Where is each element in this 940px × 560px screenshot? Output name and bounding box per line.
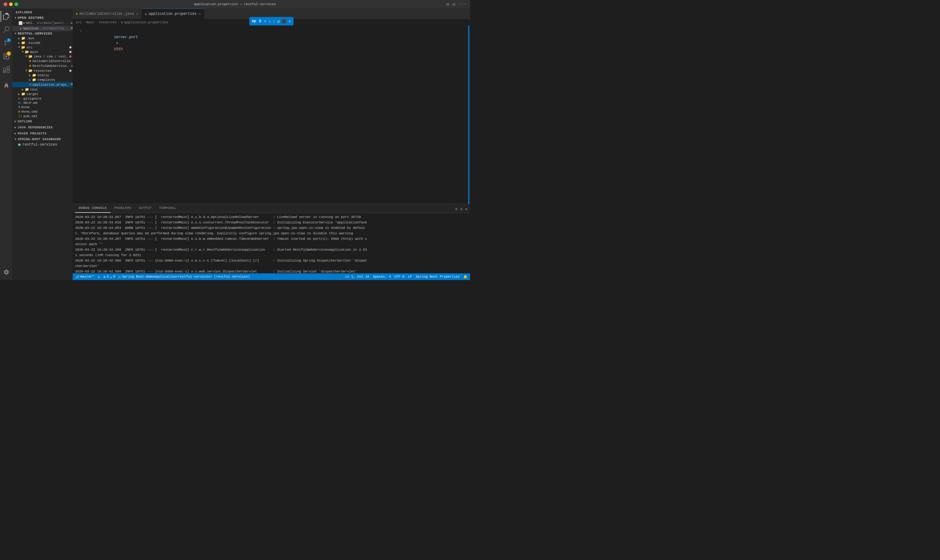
spring-boot-header[interactable]: ▼ SPRING-BOOT DASHBOARD (12, 137, 73, 142)
project-section: ▼ RESTFUL-SERVICES ▶ 📁 .mvn ▶ 📁 .vscode … (12, 31, 73, 118)
status-cursor[interactable]: Ln 1, Col 19 (345, 275, 369, 278)
tree-item-templates[interactable]: ▶ 📁 templates (12, 77, 73, 82)
java-deps-label: JAVA DEPENDENCIES (18, 126, 53, 129)
code-key: server.port (114, 35, 138, 39)
tree-item-java-path[interactable]: ▼ 📂 java / com / rest / webservices / ..… (12, 54, 73, 59)
status-spring-boot[interactable]: ▷ Spring Boot-DemoApplication<restful-se… (119, 275, 250, 279)
activity-test[interactable] (1, 80, 11, 91)
panel-collapse-icon[interactable]: ∧ (460, 206, 462, 212)
debug-stop-btn[interactable]: ⬛ (281, 19, 287, 24)
status-errors[interactable]: ⊗ 0 △ 0 (103, 275, 115, 279)
tree-item-mvnw[interactable]: $ mvnw (12, 105, 73, 109)
status-language[interactable]: Spring Boot Properties (416, 275, 460, 278)
activity-search[interactable] (1, 24, 11, 35)
tree-item-gitignore[interactable]: ◈ .gitignore (12, 96, 73, 101)
breadcrumb-file[interactable]: application.properties (124, 21, 168, 24)
debug-step-out-btn[interactable]: ↑ (273, 19, 275, 24)
breadcrumb-main[interactable]: main (86, 21, 94, 24)
cmd-icon: ⊞ (18, 109, 20, 114)
tab-close-properties[interactable]: ✕ (198, 12, 201, 16)
outline-header[interactable]: ▶ OUTLINE (12, 118, 73, 125)
activity-source-control[interactable]: 3 (1, 37, 11, 48)
more-actions-icon[interactable]: ··· (459, 2, 466, 7)
open-editor-item-hello[interactable]: ⬜ ● HelloWorldController.java src/main/j… (12, 20, 73, 26)
line-numbers: 1 (73, 26, 85, 204)
scrollbar[interactable] (468, 26, 469, 204)
tree-item-target[interactable]: ▶ 📁 target (12, 92, 73, 96)
status-encoding[interactable]: UTF-8 (394, 275, 405, 278)
toggle-panel-icon[interactable]: ⊡ (452, 2, 455, 7)
debug-toolbar: ap ⏸ ↷ ↓ ↑ ↺ ⬛ ⚡ (249, 17, 293, 25)
status-branch[interactable]: ⎇ master* (75, 275, 94, 279)
activity-files[interactable] (1, 11, 11, 22)
line-number-1: 1 (73, 28, 82, 34)
run-icon-status: ▷ (119, 275, 121, 279)
tab-app-properties[interactable]: ⚙ application.properties ✕ (142, 8, 204, 19)
minimize-button[interactable] (9, 2, 13, 6)
tab-hello-world[interactable]: ● HelloWorldController.java ✕ (73, 8, 142, 19)
breadcrumb-resources[interactable]: resources (99, 21, 116, 24)
close-editor-icon[interactable]: ✕ (71, 21, 73, 25)
tree-item-vscode[interactable]: ▶ 📁 .vscode (12, 40, 73, 45)
split-editor-icon[interactable]: ⊟ (446, 2, 449, 7)
panel-close-icon[interactable]: ✕ (465, 206, 468, 212)
status-sync[interactable]: ↻ (98, 275, 100, 279)
properties-file-icon: ⚙ (29, 82, 31, 87)
status-spaces[interactable]: Spaces: 4 (373, 275, 391, 278)
properties-path: src/main/res... (42, 27, 70, 30)
activity-run[interactable]: 1 (1, 51, 11, 62)
code-area[interactable]: server.port = 8989 (85, 26, 468, 204)
settings-icon[interactable] (1, 267, 11, 278)
debug-pause-btn[interactable]: ⏸ (258, 19, 262, 24)
panel-tabs: DEBUG CONSOLE PROBLEMS OUTPUT TERMINAL ≡… (73, 204, 470, 213)
status-notifications[interactable]: 🔔 (463, 275, 468, 279)
folder-icon-templates: 📁 (32, 78, 36, 82)
tree-item-help-md[interactable]: M↓ HELP.md (12, 101, 73, 105)
tree-item-resources[interactable]: ▼ 📂 resources (12, 68, 73, 73)
maximize-button[interactable] (15, 2, 18, 6)
folder-icon-vscode: 📁 (21, 41, 25, 45)
spring-service-item[interactable]: restful-services (12, 142, 73, 147)
tab-problems[interactable]: PROBLEMS (111, 204, 135, 213)
tab-properties-label: application.properties (149, 12, 197, 16)
debug-step-into-btn[interactable]: ↓ (268, 19, 271, 24)
tree-item-hwc[interactable]: ● HelloWorldController.java (12, 59, 73, 63)
tab-hello-label: HelloWorldController.java (80, 12, 134, 16)
open-editor-item-properties[interactable]: ⚙ application.properties src/main/res...… (12, 26, 73, 31)
tree-item-app-properties[interactable]: ⚙ application.properties M (12, 82, 73, 87)
close-button[interactable] (4, 2, 7, 6)
debug-hot-reload-btn[interactable]: ⚡ (288, 19, 291, 24)
language-label: Spring Boot Properties (416, 275, 460, 278)
tree-item-test[interactable]: ▶ 📁 test (12, 87, 73, 92)
dot-indicator-main (69, 51, 71, 53)
tree-item-restful-app[interactable]: ● RestfulWebServicesApplication... U (12, 63, 73, 68)
tree-item-mvn[interactable]: ▶ 📁 .mvn (12, 36, 73, 40)
project-root-label: RESTFUL-SERVICES (18, 32, 52, 35)
error-count: 0 (106, 275, 109, 278)
tab-terminal[interactable]: TERMINAL (156, 204, 180, 213)
dot-indicator-src (69, 46, 71, 48)
debug-restart-btn[interactable]: ↺ (277, 19, 279, 24)
tree-item-main[interactable]: ▼ 📂 main (12, 50, 73, 54)
tree-item-src[interactable]: ▼ 📂 src (12, 45, 73, 50)
maven-projects-label: MAVEN PROJECTS (18, 132, 47, 135)
title-bar-actions: ⊟ ⊡ ··· (446, 2, 466, 7)
breadcrumb-src[interactable]: src (76, 21, 82, 24)
project-root-header[interactable]: ▼ RESTFUL-SERVICES (12, 31, 73, 36)
java-deps-header[interactable]: ▶ JAVA DEPENDENCIES (12, 125, 73, 131)
maven-projects-header[interactable]: ▶ MAVEN PROJECTS (12, 131, 73, 137)
tab-output[interactable]: OUTPUT (135, 204, 156, 213)
git-icon: ◈ (18, 97, 20, 100)
tree-item-static[interactable]: ▶ 📁 static (12, 73, 73, 77)
panel-filter-icon[interactable]: ≡ (455, 207, 458, 212)
tab-close-hello[interactable]: ✕ (136, 12, 139, 16)
tree-item-pom[interactable]: ⟨⟩ pom.xml (12, 114, 73, 118)
console-content[interactable]: 2020-03-22 16:20:33.867 INFO 18751 --- [… (73, 213, 470, 273)
debug-step-over-btn[interactable]: ↷ (264, 19, 267, 24)
tree-item-mvnw-cmd[interactable]: ⊞ mvnw.cmd (12, 109, 73, 114)
activity-extensions[interactable] (1, 64, 11, 75)
tab-debug-console[interactable]: DEBUG CONSOLE (75, 204, 111, 213)
open-editors-header[interactable]: ▼ OPEN EDITORS (12, 15, 73, 20)
notification-icon: 🔔 (463, 275, 468, 279)
status-eol[interactable]: LF (408, 275, 412, 278)
